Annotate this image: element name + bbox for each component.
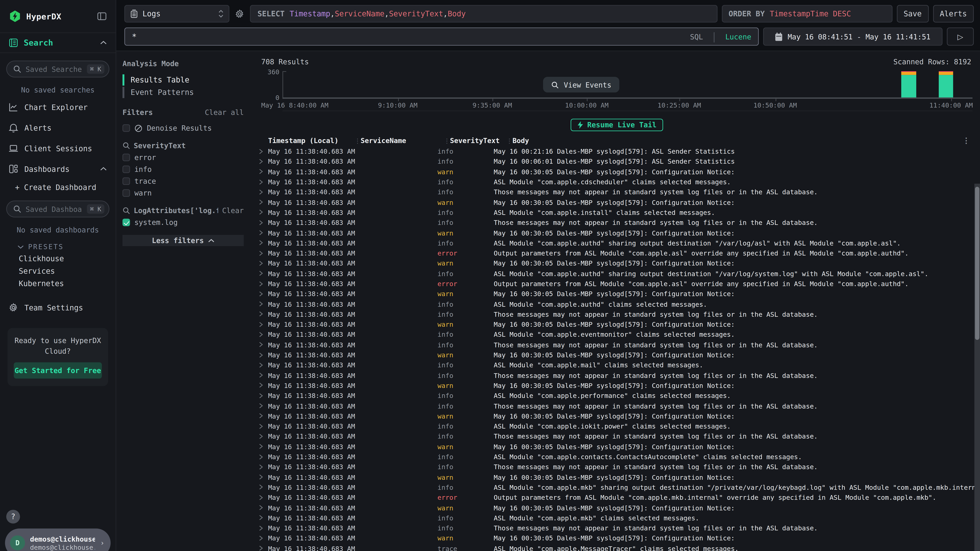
column-header-body[interactable]: Body	[512, 137, 980, 144]
get-started-button[interactable]: Get Started for Free	[14, 363, 102, 379]
sidebar-item-team-settings[interactable]: Team Settings	[0, 297, 116, 318]
table-scrollbar[interactable]	[974, 184, 980, 551]
expand-row-chevron-icon[interactable]	[259, 189, 268, 195]
search-query-box[interactable]: SQL | Lucene	[124, 27, 759, 46]
expand-row-chevron-icon[interactable]	[259, 525, 268, 531]
saved-searches-input[interactable]	[26, 65, 83, 73]
system.log-checkbox[interactable]	[123, 219, 130, 226]
sidebar-item-alerts[interactable]: Alerts	[0, 118, 116, 138]
log-row[interactable]: May 16 11:38:40.683 AM info ASL Module "…	[259, 452, 980, 462]
preset-services[interactable]: Services	[0, 265, 116, 277]
expand-row-chevron-icon[interactable]	[259, 220, 268, 225]
expand-row-chevron-icon[interactable]	[259, 535, 268, 541]
source-settings-gear-icon[interactable]	[234, 9, 246, 18]
log-row[interactable]: May 16 11:38:40.683 AM warn May 16 00:30…	[259, 502, 980, 513]
info-checkbox[interactable]	[123, 165, 130, 173]
expand-row-chevron-icon[interactable]	[259, 393, 268, 399]
log-row[interactable]: May 16 11:38:40.683 AM error Output para…	[259, 279, 980, 289]
presets-toggle[interactable]: PRESETS	[0, 237, 116, 252]
expand-row-chevron-icon[interactable]	[259, 179, 268, 185]
clear-attribute-link[interactable]: Clear	[222, 206, 244, 215]
clear-all-filters-link[interactable]: Clear all	[205, 108, 244, 117]
expand-row-chevron-icon[interactable]	[259, 311, 268, 317]
sidebar-item-client-sessions[interactable]: Client Sessions	[0, 138, 116, 159]
expand-row-chevron-icon[interactable]	[259, 291, 268, 297]
log-row[interactable]: May 16 11:38:40.683 AM info ASL Module "…	[259, 421, 980, 431]
column-resize-handle[interactable]: ⋮	[355, 137, 361, 144]
sidebar-item-search[interactable]: Search	[0, 32, 116, 53]
expand-row-chevron-icon[interactable]	[259, 474, 268, 480]
log-row[interactable]: May 16 11:38:40.683 AM warn May 16 00:30…	[259, 533, 980, 543]
search-query-input[interactable]	[132, 32, 685, 41]
column-header-severitytext[interactable]: SeverityText	[450, 137, 506, 144]
expand-row-chevron-icon[interactable]	[259, 495, 268, 500]
expand-row-chevron-icon[interactable]	[259, 240, 268, 246]
log-row[interactable]: May 16 11:38:40.683 AM warn May 16 00:30…	[259, 197, 980, 207]
denoise-checkbox[interactable]	[123, 124, 130, 132]
expand-row-chevron-icon[interactable]	[259, 271, 268, 276]
log-row[interactable]: May 16 11:38:40.683 AM info ASL Module "…	[259, 391, 980, 401]
filter-option-info[interactable]: info	[123, 165, 244, 174]
lang-toggle-sql[interactable]: SQL	[690, 32, 703, 41]
log-row[interactable]: May 16 11:38:40.683 AM info ASL Module "…	[259, 360, 980, 370]
source-selector[interactable]: Logs	[124, 5, 229, 22]
order-by-input[interactable]: ORDER BY TimestampTime DESC	[722, 5, 892, 22]
expand-row-chevron-icon[interactable]	[259, 362, 268, 368]
sidebar-item-dashboards[interactable]: Dashboards	[0, 159, 116, 179]
log-row[interactable]: May 16 11:38:40.683 AM info ASL Module "…	[259, 482, 980, 492]
log-row[interactable]: May 16 11:38:40.683 AM info May 16 00:21…	[259, 146, 980, 156]
expand-row-chevron-icon[interactable]	[259, 230, 268, 236]
log-row[interactable]: May 16 11:38:40.683 AM info ASL Module "…	[259, 238, 980, 248]
resume-live-tail-button[interactable]: Resume Live Tail	[570, 119, 663, 131]
log-row[interactable]: May 16 11:38:40.683 AM info ASL Module "…	[259, 329, 980, 340]
log-row[interactable]: May 16 11:38:40.683 AM info Those messag…	[259, 218, 980, 228]
expand-row-chevron-icon[interactable]	[259, 372, 268, 378]
help-button[interactable]: ?	[6, 510, 20, 524]
log-row[interactable]: May 16 11:38:40.683 AM info Those messag…	[259, 340, 980, 350]
expand-row-chevron-icon[interactable]	[259, 281, 268, 286]
log-row[interactable]: May 16 11:38:40.683 AM info Those messag…	[259, 309, 980, 319]
denoise-results-filter[interactable]: Denoise Results	[123, 124, 244, 132]
log-row[interactable]: May 16 11:38:40.683 AM warn May 16 00:30…	[259, 441, 980, 452]
histogram-bar[interactable]	[939, 71, 953, 98]
expand-row-chevron-icon[interactable]	[259, 301, 268, 307]
log-row[interactable]: May 16 11:38:40.683 AM error Output para…	[259, 248, 980, 258]
saved-dashboards-search[interactable]: ⌘ K	[6, 201, 110, 218]
log-row[interactable]: May 16 11:38:40.683 AM warn May 16 00:30…	[259, 167, 980, 177]
expand-row-chevron-icon[interactable]	[259, 413, 268, 419]
expand-row-chevron-icon[interactable]	[259, 250, 268, 256]
log-row[interactable]: May 16 11:38:40.683 AM warn May 16 00:30…	[259, 380, 980, 391]
log-row[interactable]: May 16 11:38:40.683 AM info ASL Module "…	[259, 177, 980, 187]
log-row[interactable]: May 16 11:38:40.683 AM trace ASL Module …	[259, 543, 980, 551]
run-query-button[interactable]: ▷	[947, 27, 974, 46]
log-row[interactable]: May 16 11:38:40.683 AM warn May 16 00:30…	[259, 319, 980, 329]
histogram-plot[interactable]: 360 0	[283, 71, 973, 99]
expand-row-chevron-icon[interactable]	[259, 260, 268, 266]
expand-row-chevron-icon[interactable]	[259, 403, 268, 409]
expand-row-chevron-icon[interactable]	[259, 444, 268, 449]
log-row[interactable]: May 16 11:38:40.683 AM warn May 16 00:30…	[259, 472, 980, 482]
user-menu[interactable]: D demos@clickhouse.com demos@clickhouse.…	[5, 529, 110, 551]
alerts-button[interactable]: Alerts	[933, 5, 974, 22]
expand-row-chevron-icon[interactable]	[259, 484, 268, 490]
select-clause-input[interactable]: SELECT Timestamp, ServiceName, SeverityT…	[250, 5, 717, 22]
log-row[interactable]: May 16 11:38:40.683 AM info ASL Module "…	[259, 207, 980, 218]
log-row[interactable]: May 16 11:38:40.683 AM info Those messag…	[259, 462, 980, 472]
log-row[interactable]: May 16 11:38:40.683 AM info May 16 00:06…	[259, 156, 980, 167]
filter-option-error[interactable]: error	[123, 153, 244, 162]
error-checkbox[interactable]	[123, 154, 130, 161]
log-row[interactable]: May 16 11:38:40.683 AM info ASL Module "…	[259, 268, 980, 279]
expand-row-chevron-icon[interactable]	[259, 546, 268, 551]
expand-row-chevron-icon[interactable]	[259, 505, 268, 511]
column-header-servicename[interactable]: ServiceName	[361, 137, 444, 144]
view-events-button[interactable]: View Events	[543, 77, 619, 93]
expand-row-chevron-icon[interactable]	[259, 148, 268, 154]
log-row[interactable]: May 16 11:38:40.683 AM warn May 16 00:30…	[259, 227, 980, 238]
histogram-bar[interactable]	[901, 71, 916, 98]
log-row[interactable]: May 16 11:38:40.683 AM info Those messag…	[259, 401, 980, 411]
expand-row-chevron-icon[interactable]	[259, 433, 268, 439]
save-button[interactable]: Save	[897, 5, 929, 22]
expand-row-chevron-icon[interactable]	[259, 464, 268, 470]
filter-option-warn[interactable]: warn	[123, 189, 244, 197]
expand-row-chevron-icon[interactable]	[259, 169, 268, 175]
